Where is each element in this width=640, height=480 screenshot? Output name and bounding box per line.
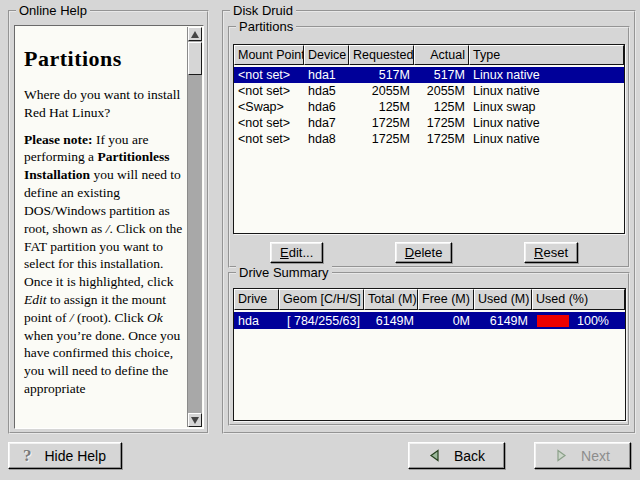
cell-actual: 1725M xyxy=(414,116,469,130)
cell-mount-point: <not set> xyxy=(234,68,304,82)
cell-device: hda1 xyxy=(304,68,349,82)
partition-row-hda1[interactable]: <not set> hda1 517M 517M Linux native xyxy=(234,67,624,83)
column-header-device[interactable]: Device xyxy=(304,45,349,65)
scroll-down-icon xyxy=(191,417,199,424)
partition-actions: Edit... Delete Reset xyxy=(230,241,628,263)
column-header-type[interactable]: Type xyxy=(469,45,624,65)
column-header-requested[interactable]: Requested xyxy=(349,45,414,65)
cell-type: Linux native xyxy=(469,116,624,130)
used-bar xyxy=(537,315,569,327)
back-arrow-icon xyxy=(428,449,441,462)
online-help-frame-label: Online Help xyxy=(16,3,90,18)
cell-requested: 517M xyxy=(349,68,414,82)
scrollbar-thumb[interactable] xyxy=(188,42,202,75)
back-button[interactable]: Back xyxy=(408,442,505,469)
cell-requested: 1725M xyxy=(349,116,414,130)
hide-help-label: Hide Help xyxy=(45,448,106,464)
column-header-actual[interactable]: Actual xyxy=(414,45,469,65)
help-title: Partitions xyxy=(24,44,184,73)
column-header-total[interactable]: Total (M) xyxy=(364,289,418,310)
help-scrollbar[interactable] xyxy=(187,27,202,427)
cell-actual: 2055M xyxy=(414,84,469,98)
hide-help-button[interactable]: ? Hide Help xyxy=(8,442,122,469)
cell-geom: [ 784/255/63] xyxy=(279,314,364,328)
cell-mount-point: <not set> xyxy=(234,132,304,146)
help-viewport: Partitions Where do you want to install … xyxy=(14,25,204,429)
cell-device: hda6 xyxy=(304,100,349,114)
drive-summary-table-header: Drive Geom [C/H/S] Total (M) Free (M) Us… xyxy=(234,289,625,310)
cell-type: Linux native xyxy=(469,68,624,82)
cell-drive: hda xyxy=(234,314,279,328)
drive-summary-table: Drive Geom [C/H/S] Total (M) Free (M) Us… xyxy=(233,288,626,421)
drive-summary-frame-label: Drive Summary xyxy=(236,265,332,280)
column-header-mount-point[interactable]: Mount Point xyxy=(234,45,304,65)
column-header-geom[interactable]: Geom [C/H/S] xyxy=(279,289,364,310)
help-text: Partitions Where do you want to install … xyxy=(15,26,186,428)
installer-window: { "colors":{ "background":"#d6d6d6", "se… xyxy=(0,0,640,480)
drive-summary-frame: Drive Summary Drive Geom [C/H/S] Total (… xyxy=(228,272,630,426)
partition-row-hda5[interactable]: <not set> hda5 2055M 2055M Linux native xyxy=(234,83,624,99)
next-button[interactable]: Next xyxy=(534,442,631,469)
cell-used: 6149M xyxy=(474,314,532,328)
next-arrow-icon xyxy=(555,449,568,462)
drive-row-hda[interactable]: hda [ 784/255/63] 6149M 0M 6149M 100% xyxy=(234,312,625,329)
cell-total: 6149M xyxy=(364,314,418,328)
question-icon: ? xyxy=(23,447,32,464)
next-label: Next xyxy=(581,448,610,464)
cell-actual: 125M xyxy=(414,100,469,114)
disk-druid-frame-label: Disk Druid xyxy=(230,3,296,18)
help-paragraph: Where do you want to install Red Hat Lin… xyxy=(24,86,184,122)
cell-actual: 1725M xyxy=(414,132,469,146)
cell-mount-point: <not set> xyxy=(234,116,304,130)
cell-requested: 125M xyxy=(349,100,414,114)
cell-requested: 1725M xyxy=(349,132,414,146)
partition-row-hda6[interactable]: <Swap> hda6 125M 125M Linux swap xyxy=(234,99,624,115)
reset-button[interactable]: Reset xyxy=(524,242,578,263)
cell-type: Linux native xyxy=(469,132,624,146)
scroll-up-icon xyxy=(191,31,199,38)
partitions-frame-label: Partitions xyxy=(236,19,296,34)
cell-device: hda7 xyxy=(304,116,349,130)
cell-mount-point: <Swap> xyxy=(234,100,304,114)
column-header-free[interactable]: Free (M) xyxy=(418,289,474,310)
partitions-table-header: Mount Point Device Requested Actual Type xyxy=(234,45,624,65)
cell-used-pct: 100% xyxy=(532,314,625,328)
partition-row-hda8[interactable]: <not set> hda8 1725M 1725M Linux native xyxy=(234,131,624,147)
cell-mount-point: <not set> xyxy=(234,84,304,98)
cell-requested: 2055M xyxy=(349,84,414,98)
cell-device: hda5 xyxy=(304,84,349,98)
delete-button[interactable]: Delete xyxy=(395,242,453,263)
back-label: Back xyxy=(454,448,485,464)
cell-actual: 517M xyxy=(414,68,469,82)
online-help-frame: Online Help Partitions Where do you want… xyxy=(8,10,209,434)
cell-free: 0M xyxy=(418,314,474,328)
partitions-frame: Partitions Mount Point Device Requested … xyxy=(228,26,630,268)
column-header-used-pct[interactable]: Used (%) xyxy=(532,289,625,310)
column-header-drive[interactable]: Drive xyxy=(234,289,279,310)
edit-button[interactable]: Edit... xyxy=(270,242,323,263)
scroll-down-button[interactable] xyxy=(188,413,202,427)
cell-type: Linux swap xyxy=(469,100,624,114)
help-paragraph: Please note: If you are performing a Par… xyxy=(24,131,184,398)
cell-type: Linux native xyxy=(469,84,624,98)
used-pct-label: 100% xyxy=(577,314,609,328)
cell-device: hda8 xyxy=(304,132,349,146)
disk-druid-frame: Disk Druid Partitions Mount Point Device… xyxy=(222,10,636,434)
partitions-table: Mount Point Device Requested Actual Type… xyxy=(233,44,625,234)
partition-row-hda7[interactable]: <not set> hda7 1725M 1725M Linux native xyxy=(234,115,624,131)
scroll-up-button[interactable] xyxy=(188,27,202,41)
column-header-used-m[interactable]: Used (M) xyxy=(474,289,532,310)
